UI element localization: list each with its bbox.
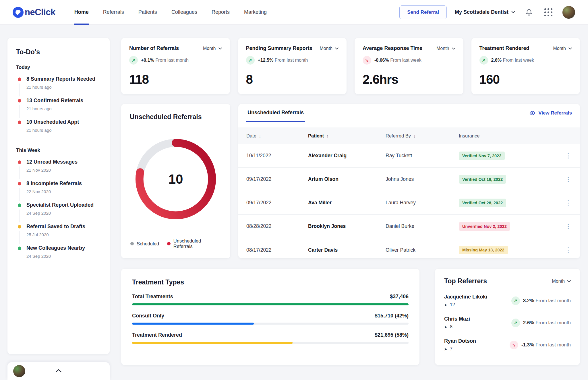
table-row: 08/17/2022 Carter Davis Oliver Patrick M… [238, 238, 580, 258]
treatment-row-rendered: Treatment Rendered $21,695 (58%) [132, 332, 409, 344]
todo-item[interactable]: Specialist Report Uploaded 24 Sep 2020 [16, 202, 101, 224]
todo-item[interactable]: Referral Saved to Drafts 25 Jul 2020 [16, 224, 101, 245]
view-referrals-link[interactable]: View Referrals [529, 110, 572, 116]
cell-date: 09/17/2022 [246, 176, 308, 182]
todo-item-title: New Colleagues Nearby [26, 245, 101, 251]
todo-item[interactable]: New Colleagues Nearby 24 Sep 2020 [16, 245, 101, 267]
period-dropdown[interactable]: Month [320, 46, 339, 51]
todos-section-label: This Week [16, 148, 101, 153]
apps-grid-button[interactable] [543, 7, 554, 18]
column-patient[interactable]: Patient↑ [308, 133, 386, 139]
stat-value: 2.6hrs [363, 72, 455, 87]
status-dot [18, 77, 21, 81]
todo-item-time: 25 Jul 2020 [26, 232, 101, 237]
treatment-amount: $15,710 (42%) [375, 313, 409, 319]
tab-unscheduled-referrals[interactable]: Unscheduled Referrals [246, 104, 305, 122]
status-dot [18, 247, 21, 250]
bell-icon [526, 9, 532, 16]
period-label: Month [320, 46, 332, 51]
row-menu-button[interactable]: ⋮ [562, 246, 574, 254]
main-content: Number of Referrals Month ↗ +0.1% From l… [121, 38, 580, 365]
status-dot [18, 160, 21, 164]
period-dropdown[interactable]: Month [203, 46, 222, 51]
unscheduled-referrals-chart-card: Unscheduled Referrals 10 [121, 104, 230, 258]
logo[interactable]: neClick [13, 7, 55, 18]
delta-text: +12.5% From last month [258, 58, 308, 63]
trend-icon: ↗ [511, 319, 520, 327]
expand-panel-button[interactable] [51, 366, 66, 376]
table-row: 08/28/2022 Brooklyn Jones Daniel Burke U… [238, 215, 580, 238]
progress-fill [132, 303, 409, 305]
todo-item[interactable]: 13 Confirmed Referrals 21 hours ago [16, 98, 101, 119]
sort-icon: ↓ [413, 133, 416, 138]
referrer-count: 7 [450, 346, 452, 352]
cell-patient: Artum Olson [308, 176, 386, 182]
stat-title: Average Response Time [363, 45, 422, 51]
referrer-name: Jacqueline Likoki [444, 294, 487, 300]
send-referral-button[interactable]: Send Referral [399, 5, 447, 19]
top-referrers-card: Top Referrers Month Jacqueline Likoki ➤1… [435, 269, 580, 365]
stat-value: 8 [246, 72, 339, 87]
delta-text: -1.3% From last month [521, 342, 571, 348]
cell-date: 09/17/2022 [246, 200, 308, 206]
column-insurance: Insurance [459, 133, 558, 139]
chevron-down-icon [511, 11, 515, 13]
todo-item[interactable]: 12 Unread Messages 21 Nov 2020 [16, 159, 101, 181]
cell-referred-by: Ray Tuckett [386, 153, 459, 159]
chevron-down-icon [335, 47, 339, 50]
treatment-label: Consult Only [132, 313, 164, 319]
todo-item[interactable]: 8 Summary Reports Needed 21 hours ago [16, 76, 101, 98]
row-menu-button[interactable]: ⋮ [562, 176, 574, 183]
status-dot [18, 225, 21, 228]
nav-item-reports[interactable]: Reports [211, 0, 230, 25]
progress-fill [132, 342, 293, 344]
delta-text: -0.06% From last week [374, 58, 421, 63]
progress-track [132, 303, 409, 305]
chevron-up-icon [55, 369, 62, 373]
cell-date: 08/17/2022 [246, 247, 308, 253]
todo-item-time: 21 hours ago [26, 106, 101, 111]
top-navbar: neClick Home Referrals Patients Colleagu… [0, 0, 588, 25]
table-header: Date↓ Patient↑ Referred By↓ Insurance [238, 127, 580, 144]
stat-card-pending-reports: Pending Summary Reports Month ↗ +12.5% F… [238, 38, 347, 94]
referrer-row: Jacqueline Likoki ➤12 ↗ 3.2% From last m… [444, 290, 571, 312]
status-dot [18, 121, 21, 124]
stat-value: 118 [129, 72, 222, 87]
period-dropdown[interactable]: Month [436, 46, 455, 51]
main-nav: Home Referrals Patients Colleagues Repor… [74, 0, 267, 25]
row-menu-button[interactable]: ⋮ [562, 152, 574, 160]
nav-item-patients[interactable]: Patients [138, 0, 158, 25]
todo-item[interactable]: 10 Unscheduled Appt 21 hours ago [16, 119, 101, 141]
user-avatar[interactable] [13, 365, 25, 377]
row-menu-button[interactable]: ⋮ [562, 199, 574, 207]
user-avatar[interactable] [562, 6, 575, 19]
period-label: Month [553, 46, 566, 51]
column-referred-by[interactable]: Referred By↓ [386, 133, 459, 139]
period-dropdown[interactable]: Month [552, 279, 571, 284]
stat-title: Pending Summary Reports [246, 45, 312, 51]
delta-text: +0.1% From last month [141, 58, 189, 63]
cell-patient: Carter Davis [308, 247, 386, 253]
delta-text: 3.2% From last month [523, 298, 571, 304]
todo-item[interactable]: 8 Incomplete Referrals 22 Nov 2020 [16, 181, 101, 202]
notifications-button[interactable] [523, 7, 535, 18]
todos-section-label: Today [16, 65, 101, 70]
nav-item-referrals[interactable]: Referrals [102, 0, 125, 25]
period-dropdown[interactable]: Month [553, 46, 572, 51]
chart-title: Unscheduled Referrals [130, 113, 222, 121]
period-label: Month [203, 46, 216, 51]
nav-item-marketing[interactable]: Marketing [243, 0, 267, 25]
account-switcher[interactable]: My Scottsdale Dentist [455, 9, 515, 15]
stat-title: Treatment Rendered [479, 45, 529, 51]
treatment-types-title: Treatment Types [132, 278, 409, 286]
donut-chart: 10 [130, 121, 222, 237]
nav-item-colleagues[interactable]: Colleagues [171, 0, 198, 25]
column-date[interactable]: Date↓ [246, 133, 308, 139]
nav-item-home[interactable]: Home [74, 0, 89, 25]
logo-q-icon [13, 7, 24, 18]
trend-icon: ↗ [479, 56, 488, 65]
row-menu-button[interactable]: ⋮ [562, 223, 574, 230]
chevron-down-icon [567, 280, 571, 282]
referrer-name: Ryan Dotson [444, 338, 476, 344]
todo-item-time: 21 hours ago [26, 128, 101, 133]
